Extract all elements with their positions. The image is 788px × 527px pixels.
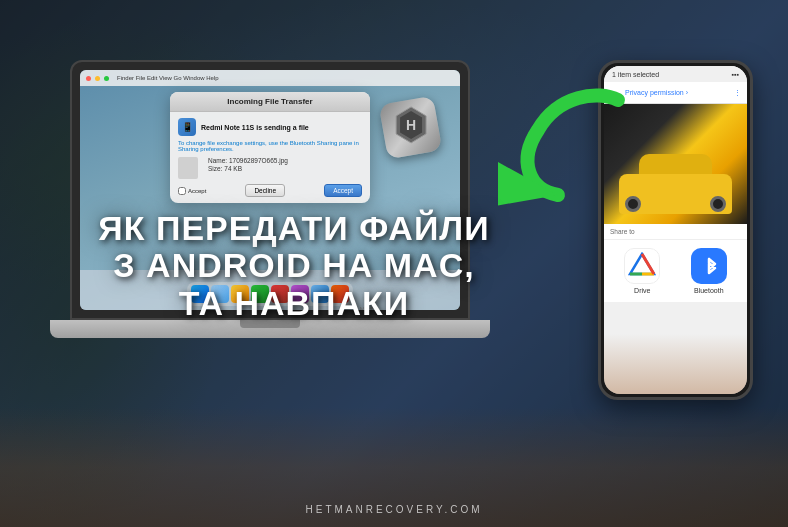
status-icons: ▪▪▪ — [732, 71, 739, 78]
file-icon — [178, 157, 198, 179]
drive-label: Drive — [634, 287, 650, 294]
green-arrow — [498, 80, 638, 214]
bluetooth-dialog: Incoming File Transfer 📱 Redmi Note 11S … — [170, 92, 370, 203]
share-to-label: Share to — [610, 228, 635, 235]
dialog-title: Incoming File Transfer — [170, 92, 370, 112]
file-info-row: Name: 170962897O665.jpg Size: 74 KB — [178, 157, 362, 179]
title-line-1: ЯК ПЕРЕДАТИ ФАЙЛИ — [0, 210, 588, 247]
share-area: Share to — [604, 224, 747, 240]
sender-row: 📱 Redmi Note 11S is sending a file — [178, 118, 362, 136]
file-size-field: Size: 74 KB — [208, 165, 288, 172]
macbook-base — [50, 320, 490, 338]
accept-checkbox[interactable] — [178, 187, 186, 195]
drive-icon — [624, 248, 660, 284]
website-footer: HETMANRECOVERY.COM — [306, 504, 483, 515]
selected-count: 1 item selected — [612, 71, 659, 78]
svg-text:H: H — [405, 117, 415, 133]
accept-button[interactable]: Accept — [324, 184, 362, 197]
share-drive[interactable]: Drive — [624, 248, 660, 294]
share-icons-row: Drive Bluetooth — [604, 240, 747, 302]
brand-logo: H — [383, 100, 438, 155]
bluetooth-icon — [691, 248, 727, 284]
logo-shape: H — [379, 96, 443, 160]
main-title-area: ЯК ПЕРЕДАТИ ФАЙЛИ З ANDROID НА MAC, ТА Н… — [0, 210, 588, 322]
instruction-text: To change file exchange settings, use th… — [178, 140, 362, 152]
decline-button[interactable]: Decline — [245, 184, 285, 197]
svg-marker-4 — [630, 254, 654, 274]
accept-label: Accept — [178, 184, 206, 197]
bluetooth-label: Bluetooth — [694, 287, 724, 294]
file-name-field: Name: 170962897O665.jpg — [208, 157, 288, 164]
more-options[interactable]: ⋮ — [734, 89, 741, 97]
sender-icon: 📱 — [178, 118, 196, 136]
share-bluetooth[interactable]: Bluetooth — [691, 248, 727, 294]
minimize-dot — [95, 76, 100, 81]
close-dot — [86, 76, 91, 81]
dialog-buttons: Accept Decline Accept — [178, 184, 362, 197]
car-wheel-right — [710, 196, 726, 212]
dialog-body: 📱 Redmi Note 11S is sending a file To ch… — [170, 112, 370, 203]
file-details: Name: 170962897O665.jpg Size: 74 KB — [208, 157, 288, 173]
sender-info: Redmi Note 11S is sending a file — [201, 124, 309, 131]
macbook-menubar: Finder File Edit View Go Window Help — [80, 70, 460, 86]
sender-name: Redmi Note 11S is sending a file — [201, 124, 309, 131]
hand-overlay — [604, 334, 747, 394]
title-line-2: З ANDROID НА MAC, — [0, 247, 588, 284]
svg-line-7 — [642, 254, 654, 274]
menu-items: Finder File Edit View Go Window Help — [117, 75, 219, 81]
logo-text: H — [391, 105, 431, 151]
maximize-dot — [104, 76, 109, 81]
website-url: HETMANRECOVERY.COM — [306, 504, 483, 515]
title-line-3: ТА НАВПАКИ — [0, 285, 588, 322]
